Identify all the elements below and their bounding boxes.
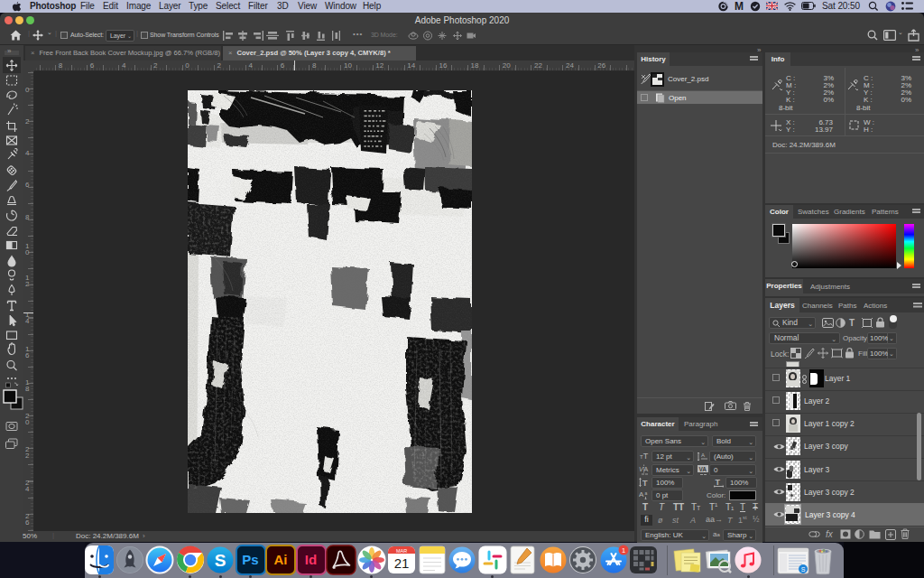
svg-text:a: a (645, 490, 648, 496)
svg-text:VA: VA (699, 466, 707, 472)
svg-text:S: S (215, 551, 226, 570)
svg-text:T: T (716, 478, 721, 487)
svg-text:A: A (639, 490, 644, 499)
svg-text:T: T (642, 479, 648, 488)
svg-text:21: 21 (394, 555, 410, 571)
svg-text:A: A (701, 452, 705, 458)
svg-text:MAR: MAR (396, 548, 407, 554)
svg-text:1: 1 (621, 546, 624, 555)
svg-text:S: S (801, 566, 806, 573)
svg-text:A: A (644, 466, 649, 472)
